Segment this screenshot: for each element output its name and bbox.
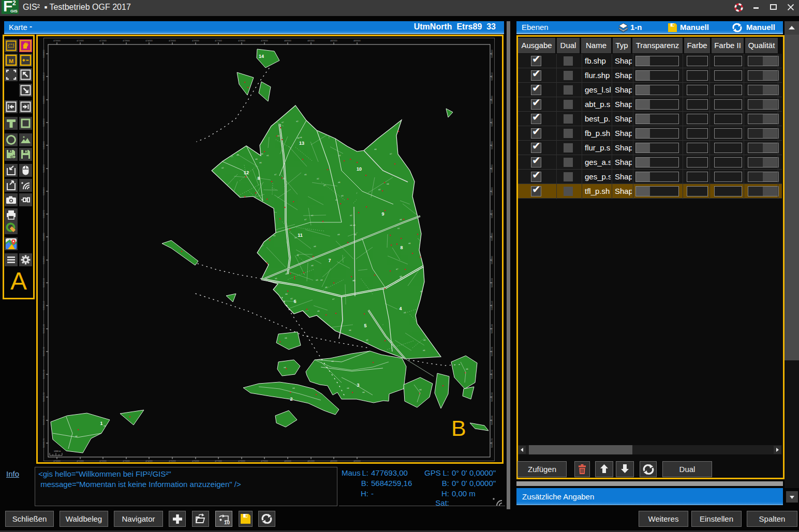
svg-text:10: 10 — [224, 520, 230, 525]
